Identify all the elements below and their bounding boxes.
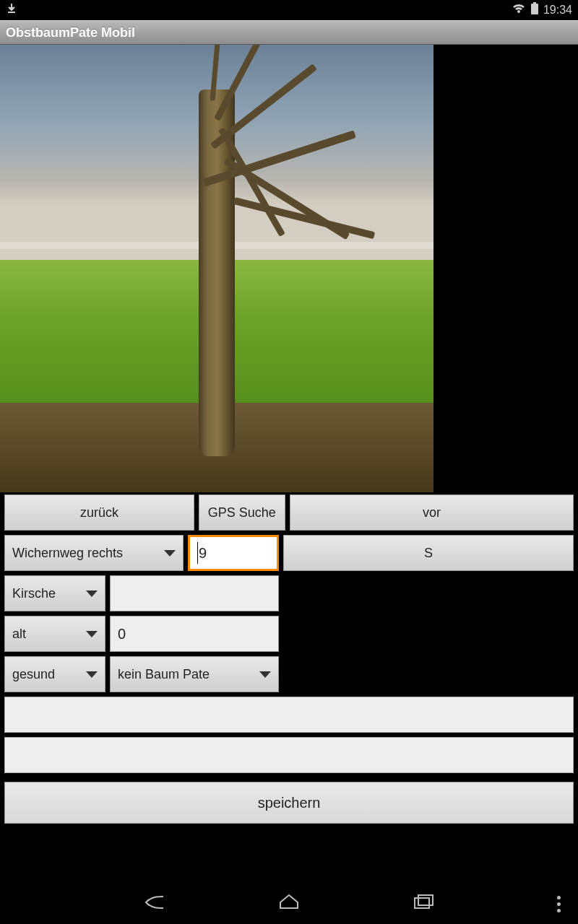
chevron-down-icon	[164, 550, 176, 557]
fruit-select[interactable]: Kirsche	[4, 575, 105, 611]
street-select-label: Wichernweg rechts	[12, 546, 123, 561]
app-title: ObstbaumPate Mobil	[6, 25, 135, 40]
note-input-2[interactable]	[4, 737, 574, 773]
svg-rect-1	[533, 2, 536, 4]
wifi-icon	[512, 3, 526, 17]
status-bar: 19:34	[0, 0, 578, 20]
svg-rect-3	[418, 895, 433, 905]
download-icon	[6, 3, 17, 17]
pate-select[interactable]: kein Baum Pate	[110, 656, 279, 692]
svg-rect-2	[415, 898, 429, 908]
s-button[interactable]: S	[283, 535, 574, 571]
nav-back-icon[interactable]	[142, 892, 168, 915]
chevron-down-icon	[86, 590, 98, 597]
chevron-down-icon	[259, 671, 271, 678]
forward-button[interactable]: vor	[290, 494, 574, 531]
nav-recent-icon[interactable]	[410, 892, 436, 915]
back-button[interactable]: zurück	[4, 494, 194, 531]
street-select[interactable]: Wichernweg rechts	[4, 535, 184, 571]
chevron-down-icon	[86, 671, 98, 678]
title-bar: ObstbaumPate Mobil	[0, 20, 578, 45]
status-time: 19:34	[543, 4, 572, 17]
svg-rect-0	[531, 4, 538, 14]
age-value-input[interactable]: 0	[110, 616, 279, 652]
pate-select-label: kein Baum Pate	[118, 667, 210, 682]
tree-photo	[0, 45, 434, 492]
fruit-select-label: Kirsche	[12, 586, 56, 601]
battery-icon	[530, 2, 539, 18]
age-select[interactable]: alt	[4, 616, 105, 652]
nav-menu-icon[interactable]	[557, 896, 561, 912]
health-select-label: gesund	[12, 667, 55, 682]
system-navbar	[0, 884, 578, 924]
age-select-label: alt	[12, 627, 26, 642]
nav-home-icon[interactable]	[276, 892, 302, 915]
chevron-down-icon	[86, 631, 98, 637]
fruit-extra-input[interactable]	[110, 575, 279, 611]
health-select[interactable]: gesund	[4, 656, 105, 692]
gps-search-button[interactable]: GPS Suche	[199, 494, 285, 531]
tree-number-input[interactable]: 9	[188, 535, 279, 571]
note-input-1[interactable]	[4, 697, 574, 733]
save-button[interactable]: speichern	[4, 782, 574, 824]
